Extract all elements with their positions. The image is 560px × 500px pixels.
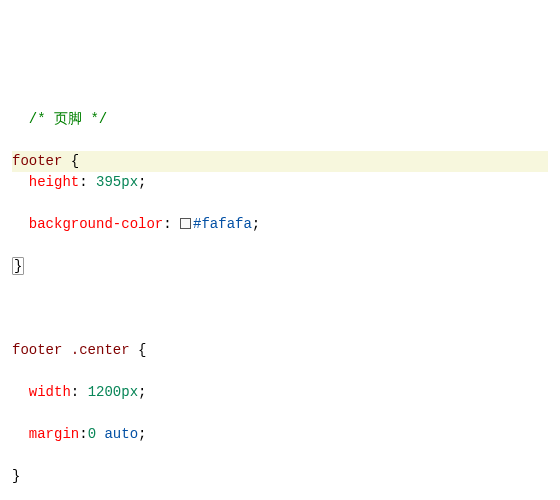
code-line: footer .center { <box>12 340 548 361</box>
value: auto <box>104 426 138 442</box>
value: #fafafa <box>193 216 252 232</box>
value: 0 <box>88 426 96 442</box>
selector: footer <box>12 153 62 169</box>
code-line: footer { <box>12 151 548 172</box>
value: 1200px <box>88 384 138 400</box>
property: background-color <box>29 216 163 232</box>
code-line: /* 页脚 */ <box>12 109 548 130</box>
code-line: } <box>12 256 548 277</box>
code-line: height: 395px; <box>12 172 548 193</box>
code-editor[interactable]: /* 页脚 */ footer { height: 395px; backgro… <box>12 88 548 500</box>
value: 395px <box>96 174 138 190</box>
close-brace-icon: } <box>12 468 20 484</box>
open-brace-icon: { <box>138 342 146 358</box>
code-line: margin:0 auto; <box>12 424 548 445</box>
selector: footer .center <box>12 342 130 358</box>
code-line: width: 1200px; <box>12 382 548 403</box>
property: width <box>29 384 71 400</box>
property: margin <box>29 426 79 442</box>
blank-line <box>12 298 548 319</box>
open-brace-icon: { <box>71 153 79 169</box>
close-brace-icon: } <box>12 257 24 275</box>
property: height <box>29 174 79 190</box>
code-line: } <box>12 466 548 487</box>
color-swatch-icon[interactable] <box>180 218 191 229</box>
comment: /* 页脚 */ <box>29 111 107 127</box>
code-line: background-color: #fafafa; <box>12 214 548 235</box>
